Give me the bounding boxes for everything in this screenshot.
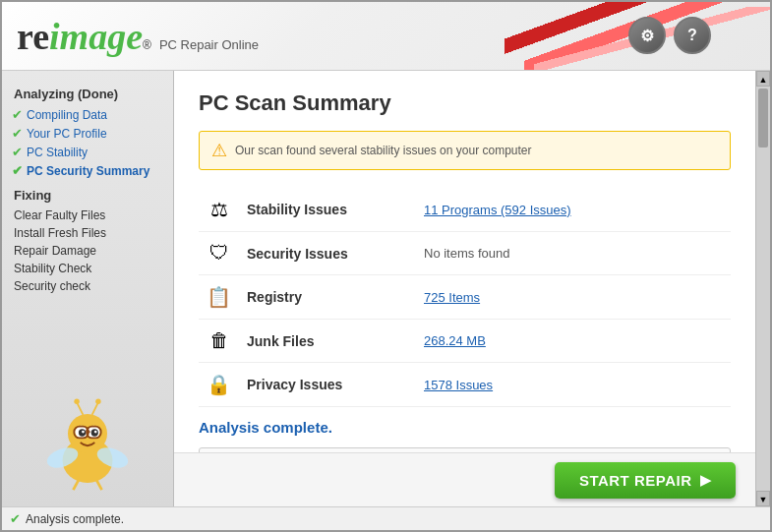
mascot-image	[29, 393, 147, 492]
privacy-icon: 🔒	[199, 363, 239, 407]
logo-re: re	[17, 15, 49, 58]
logo-reg: ®	[143, 38, 151, 52]
logo-area: reimage® PC Repair Online	[17, 15, 259, 58]
sidebar: Analyzing (Done) ✔ Compiling Data ✔ Your…	[2, 71, 174, 506]
start-repair-label: START REPAIR	[579, 472, 692, 489]
sidebar-fix-security-check[interactable]: Security check	[2, 277, 173, 295]
junk-icon: 🗑	[199, 320, 239, 363]
sidebar-item-pc-profile[interactable]: ✔ Your PC Profile	[2, 124, 173, 143]
svg-point-7	[94, 431, 97, 434]
warning-banner: ⚠ Our scan found several stability issue…	[199, 131, 731, 170]
analyzing-title: Analyzing (Done)	[2, 81, 173, 105]
warning-text: Our scan found several stability issues …	[235, 144, 531, 157]
table-row: 🔒 Privacy Issues 1578 Issues	[199, 363, 731, 407]
check-icon-compiling: ✔	[12, 107, 23, 122]
sidebar-label-compiling: Compiling Data	[27, 108, 107, 122]
check-icon-pc-security: ✔	[12, 163, 23, 178]
svg-line-17	[73, 480, 78, 490]
scrollbar-up-button[interactable]: ▲	[756, 71, 770, 87]
sidebar-label-pc-security: PC Security Summary	[27, 164, 149, 178]
warning-icon: ⚠	[211, 140, 227, 161]
svg-line-13	[92, 402, 98, 415]
sidebar-fix-repair-damage[interactable]: Repair Damage	[2, 242, 173, 260]
registry-name: Registry	[239, 275, 416, 320]
svg-line-11	[77, 402, 83, 415]
security-icon: 🛡	[199, 232, 239, 275]
help-button[interactable]: ?	[674, 17, 711, 54]
sidebar-mascot	[2, 295, 173, 497]
sidebar-item-pc-security[interactable]: ✔ PC Security Summary	[2, 161, 173, 180]
stability-icon: ⚖	[199, 188, 239, 232]
junk-name: Junk Files	[239, 320, 416, 363]
privacy-name: Privacy Issues	[239, 363, 416, 407]
registry-icon: 📋	[199, 275, 239, 320]
sidebar-label-pc-profile: Your PC Profile	[27, 127, 107, 141]
sidebar-fix-clear-faulty[interactable]: Clear Faulty Files	[2, 207, 173, 224]
status-bar: ✔ Analysis complete.	[2, 506, 770, 530]
status-text: Analysis complete.	[26, 512, 124, 526]
scrollbar-track: ▲ ▼	[755, 71, 770, 506]
svg-point-6	[82, 431, 85, 434]
page-title: PC Scan Summary	[199, 90, 731, 116]
check-icon-pc-profile: ✔	[12, 126, 23, 141]
header-icons: ⚙ ?	[628, 17, 711, 54]
security-name: Security Issues	[239, 232, 416, 275]
sidebar-label-pc-stability: PC Stability	[27, 146, 88, 159]
scrollbar-thumb[interactable]	[758, 89, 768, 148]
privacy-value[interactable]: 1578 Issues	[424, 378, 493, 392]
stability-name: Stability Issues	[239, 188, 416, 232]
header-decoration	[475, 2, 770, 71]
sidebar-item-pc-stability[interactable]: ✔ PC Stability	[2, 143, 173, 161]
sidebar-fix-stability-check[interactable]: Stability Check	[2, 260, 173, 277]
analysis-complete-label: Analysis complete.	[199, 419, 731, 436]
issues-table: ⚖ Stability Issues 11 Programs (592 Issu…	[199, 188, 731, 407]
table-row: 📋 Registry 725 Items	[199, 275, 731, 320]
logo-subtitle: PC Repair Online	[159, 37, 259, 52]
table-row: ⚖ Stability Issues 11 Programs (592 Issu…	[199, 188, 731, 232]
registry-value[interactable]: 725 Items	[424, 290, 480, 305]
sidebar-fix-install-fresh[interactable]: Install Fresh Files	[2, 224, 173, 242]
fixing-title: Fixing	[2, 180, 173, 207]
tools-button[interactable]: ⚙	[628, 17, 666, 54]
play-icon: ▶	[700, 472, 712, 488]
svg-line-18	[96, 480, 101, 490]
content-main: PC Scan Summary ⚠ Our scan found several…	[174, 71, 755, 452]
svg-point-14	[95, 398, 100, 403]
svg-point-12	[74, 398, 79, 403]
junk-value[interactable]: 268.24 MB	[424, 333, 486, 348]
scrollbar-down-button[interactable]: ▼	[756, 491, 770, 506]
logo-image: image	[49, 15, 143, 58]
security-value: No items found	[424, 246, 509, 261]
content-footer: START REPAIR ▶	[174, 452, 755, 506]
sidebar-item-compiling[interactable]: ✔ Compiling Data	[2, 105, 173, 124]
table-row: 🗑 Junk Files 268.24 MB	[199, 320, 731, 363]
table-row: 🛡 Security Issues No items found	[199, 232, 731, 275]
main-body: Analyzing (Done) ✔ Compiling Data ✔ Your…	[2, 71, 770, 506]
stability-value[interactable]: 11 Programs (592 Issues)	[424, 203, 571, 217]
start-repair-button[interactable]: START REPAIR ▶	[555, 462, 736, 499]
app-window: reimage® PC Repair Online ⚙ ? Analyzing …	[0, 0, 772, 532]
status-icon: ✔	[10, 511, 21, 526]
check-icon-pc-stability: ✔	[12, 145, 23, 159]
content-area: PC Scan Summary ⚠ Our scan found several…	[174, 71, 755, 506]
header: reimage® PC Repair Online ⚙ ?	[2, 2, 770, 71]
